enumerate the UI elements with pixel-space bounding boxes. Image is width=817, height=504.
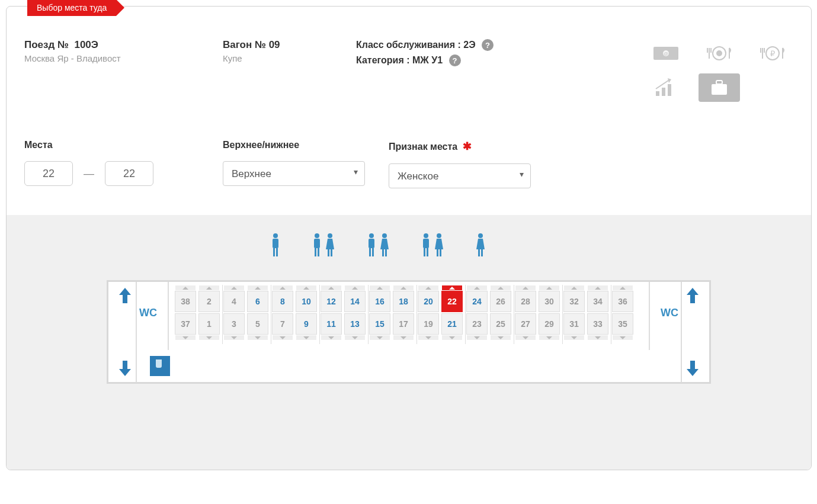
car-info: Вагон № 09 Купе (223, 39, 356, 102)
luggage-icon (699, 73, 740, 102)
seat-34: 34 (587, 291, 608, 312)
svg-rect-39 (423, 239, 429, 248)
seat-27: 27 (515, 313, 536, 335)
seat-17: 17 (393, 313, 414, 335)
svg-rect-16 (662, 88, 665, 96)
seat-9[interactable]: 9 (296, 313, 317, 335)
svg-rect-47 (481, 249, 483, 256)
svg-point-28 (328, 233, 332, 238)
carriage: WC WC 3837214365871091211141316151817201… (107, 280, 711, 384)
water-dispenser-icon (150, 356, 170, 376)
svg-point-35 (382, 233, 387, 238)
seat-20[interactable]: 20 (418, 291, 439, 312)
svg-point-20 (273, 233, 278, 238)
svg-rect-15 (656, 91, 659, 96)
svg-point-4 (717, 51, 722, 56)
seat-31: 31 (563, 313, 585, 335)
seat-25: 25 (490, 313, 511, 335)
seat-21[interactable]: 21 (441, 313, 463, 335)
svg-rect-44 (440, 249, 441, 256)
seat-12[interactable]: 12 (321, 291, 342, 312)
berth-select[interactable]: Верхнее (223, 161, 365, 186)
paid-meal-icon: ₽ (752, 39, 793, 68)
wall (136, 282, 137, 383)
train-route: Москва Яр - Владивост (24, 53, 223, 63)
gender-group-male-female (421, 233, 444, 256)
svg-point-24 (315, 233, 319, 238)
seat-35: 35 (612, 313, 633, 335)
svg-point-42 (437, 233, 441, 238)
seats-filter: Места — (24, 140, 223, 188)
berth-label: Верхнее/нижнее (223, 140, 389, 150)
seat-30: 30 (539, 291, 560, 312)
wc-right: WC (661, 307, 678, 319)
seat-5: 5 (247, 313, 268, 335)
seat-36: 36 (612, 291, 633, 312)
svg-text:₽: ₽ (770, 49, 775, 58)
wall (681, 282, 682, 383)
arrow-up-icon (119, 288, 131, 303)
service-class-label: Класс обслуживания : (356, 40, 461, 50)
svg-rect-29 (328, 249, 329, 256)
gender-select[interactable]: Женское (389, 163, 531, 188)
seat-18[interactable]: 18 (393, 291, 414, 312)
gender-group-male-female (312, 233, 335, 256)
seat-28: 28 (515, 291, 536, 312)
seat-13[interactable]: 13 (344, 313, 366, 335)
arrow-down-icon (687, 361, 699, 376)
arrow-up-icon (687, 288, 699, 303)
seat-37: 37 (175, 313, 196, 335)
svg-rect-22 (273, 248, 275, 256)
gender-group-male (270, 233, 281, 256)
header: Поезд № 100Э Москва Яр - Владивост Вагон… (7, 7, 811, 123)
seat-14[interactable]: 14 (344, 291, 366, 312)
help-category[interactable]: ? (449, 54, 461, 66)
svg-text:@: @ (664, 51, 668, 56)
service-icons: @ ₽ (645, 39, 793, 102)
gender-label: Признак места (389, 142, 457, 152)
train-number: 100Э (74, 39, 98, 50)
svg-rect-27 (318, 248, 319, 256)
compartments: 3837214365871091211141316151817201922212… (175, 285, 633, 335)
gender-legend (235, 233, 531, 256)
seat-6[interactable]: 6 (247, 291, 268, 312)
seat-1: 1 (198, 313, 220, 335)
seat-19: 19 (418, 313, 439, 335)
tab-outbound: Выбор места туда (27, 0, 116, 16)
filters: Места — Верхнее/нижнее Верхнее Признак м… (7, 123, 811, 215)
class-info: Класс обслуживания : 2Э ? Категория : МЖ… (356, 39, 645, 102)
svg-rect-40 (424, 248, 425, 256)
restaurant-icon (699, 39, 740, 68)
required-mark: ✱ (463, 140, 472, 152)
seat-from-input[interactable] (24, 161, 73, 186)
seat-23: 23 (466, 313, 488, 335)
gender-group-female (475, 233, 486, 256)
seat-15[interactable]: 15 (369, 313, 390, 335)
svg-rect-37 (385, 249, 387, 256)
svg-rect-18 (712, 84, 727, 95)
seat-29: 29 (539, 313, 560, 335)
range-dash: — (84, 168, 94, 180)
svg-rect-30 (331, 249, 332, 256)
seat-24[interactable]: 24 (466, 291, 488, 312)
category-label: Категория : (356, 55, 410, 65)
svg-rect-46 (478, 249, 480, 256)
svg-rect-34 (372, 248, 374, 256)
train-label: Поезд № (24, 39, 69, 50)
dynamic-pricing-icon (645, 73, 687, 102)
seat-26: 26 (490, 291, 511, 312)
seat-10[interactable]: 10 (296, 291, 317, 312)
seat-4: 4 (223, 291, 245, 312)
seat-8[interactable]: 8 (272, 291, 293, 312)
help-service-class[interactable]: ? (482, 39, 494, 51)
seat-7: 7 (272, 313, 293, 335)
seat-to-input[interactable] (105, 161, 153, 186)
seat-16[interactable]: 16 (369, 291, 390, 312)
seat-38: 38 (175, 291, 196, 312)
car-type: Купе (223, 53, 356, 63)
eticket-icon: @ (645, 39, 687, 68)
seat-22[interactable]: 22 (441, 291, 463, 312)
svg-point-45 (478, 233, 483, 238)
wall (168, 282, 169, 350)
seat-11[interactable]: 11 (321, 313, 342, 335)
